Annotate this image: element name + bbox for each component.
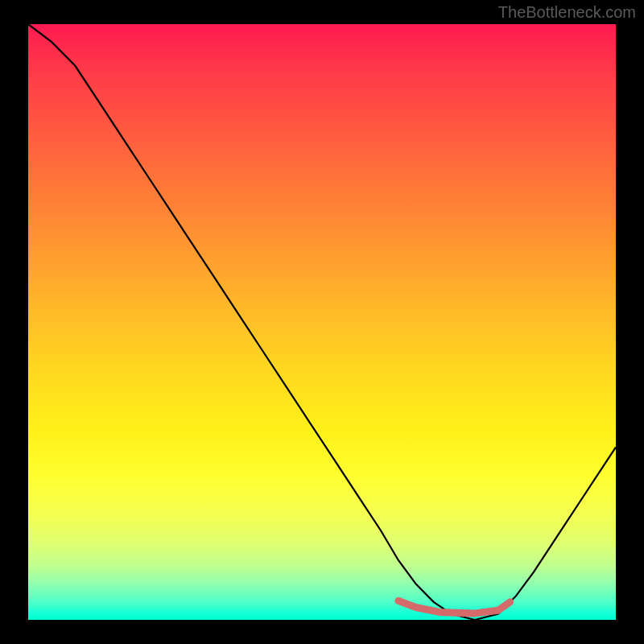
chart-plot-area — [28, 24, 616, 620]
bottleneck-curve — [28, 24, 616, 620]
watermark-text: TheBottleneck.com — [498, 3, 636, 22]
